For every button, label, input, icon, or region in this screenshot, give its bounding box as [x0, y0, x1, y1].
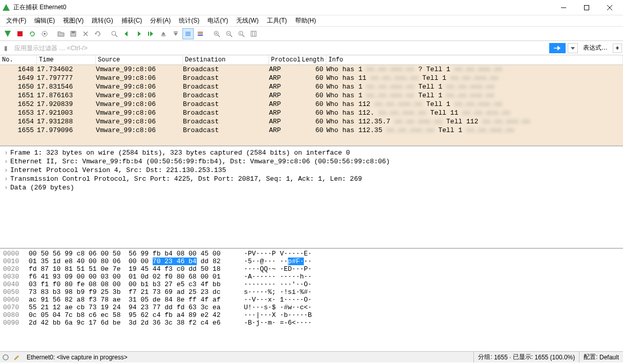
status-edit-icon[interactable]	[13, 354, 20, 361]
hex-line[interactable]: 00902d 42 bb 6a 9c 17 6d be 3d 2d 36 3c …	[3, 319, 620, 327]
zoom-in-button[interactable]	[211, 28, 222, 39]
hex-line[interactable]: 0020fd 87 10 81 51 51 0e 7e 19 45 44 f3 …	[3, 265, 620, 273]
menu-capture[interactable]: 捕获(C)	[117, 15, 147, 26]
menu-statistics[interactable]: 统计(S)	[175, 15, 203, 26]
menubar: 文件(F) 编辑(E) 视图(V) 跳转(G) 捕获(C) 分析(A) 统计(S…	[0, 15, 623, 27]
colorize-button[interactable]	[195, 28, 206, 39]
packet-bytes-pane[interactable]: 000000 50 56 99 c8 06 00 50 56 99 fb b4 …	[0, 249, 623, 351]
hex-line[interactable]: 004003 f1 f0 80 fe 08 08 00 00 b1 b3 27 …	[3, 281, 620, 288]
status-capture-text: <live capture in progress>	[57, 354, 128, 361]
status-iface-label: Ethernet0:	[27, 354, 55, 361]
packet-row[interactable]: 165217.920839Vmware_99:c8:06BroadcastARP…	[0, 100, 623, 109]
hex-line[interactable]: 005073 83 b3 98 b9 f9 25 3b f7 21 73 69 …	[3, 288, 620, 296]
detail-line[interactable]: ›Transmission Control Protocol, Src Port…	[4, 175, 619, 183]
resize-columns-button[interactable]	[248, 28, 259, 39]
go-to-packet-button[interactable]	[146, 28, 157, 39]
app-icon	[2, 4, 10, 12]
svg-rect-15	[174, 31, 178, 32]
menu-file[interactable]: 文件(F)	[2, 15, 30, 26]
menu-analyze[interactable]: 分析(A)	[146, 15, 175, 26]
hex-line[interactable]: 000000 50 56 99 c8 06 00 50 56 99 fb b4 …	[3, 250, 620, 258]
titlebar: 正在捕获 Ethernet0	[0, 0, 623, 15]
zoom-reset-button[interactable]: 1	[236, 28, 247, 39]
svg-rect-8	[72, 31, 75, 33]
col-source[interactable]: Source	[96, 55, 183, 65]
start-capture-button[interactable]	[2, 28, 13, 39]
hex-line[interactable]: 0060ac 91 56 82 a8 f3 78 ae 31 05 de 84 …	[3, 296, 620, 304]
menu-wireless[interactable]: 无线(W)	[232, 15, 262, 26]
packet-details-pane[interactable]: ›Frame 1: 323 bytes on wire (2584 bits),…	[0, 146, 623, 249]
filter-history-button[interactable]	[568, 43, 578, 53]
capture-options-button[interactable]	[39, 28, 50, 39]
window-title: 正在捕获 Ethernet0	[13, 3, 552, 12]
filter-expression-button[interactable]: 表达式…	[580, 44, 611, 52]
go-last-button[interactable]	[170, 28, 181, 39]
find-button[interactable]	[109, 28, 120, 39]
stop-capture-button[interactable]	[14, 28, 26, 39]
maximize-button[interactable]	[575, 1, 598, 15]
detail-line[interactable]: ›Ethernet II, Src: Vmware_99:fb:b4 (00:5…	[4, 157, 619, 166]
statusbar: Ethernet0: <live capture in progress> 分组…	[0, 351, 623, 362]
toolbar: 1	[0, 27, 623, 41]
svg-rect-21	[198, 35, 203, 36]
go-first-button[interactable]	[158, 28, 169, 39]
col-protocol[interactable]: Protocol	[269, 55, 300, 65]
detail-line[interactable]: ›Data (269 bytes)	[4, 183, 619, 192]
zoom-out-button[interactable]	[223, 28, 235, 39]
reload-button[interactable]	[92, 28, 103, 39]
open-button[interactable]	[55, 28, 67, 39]
display-filter-input[interactable]	[12, 43, 547, 53]
svg-rect-14	[161, 35, 165, 36]
svg-point-6	[44, 33, 46, 35]
minimize-button[interactable]	[552, 1, 575, 15]
go-forward-button[interactable]	[133, 28, 144, 39]
apply-filter-button[interactable]	[549, 43, 566, 53]
col-info[interactable]: Info	[326, 55, 623, 65]
packet-row[interactable]: 165417.931288Vmware_99:c8:06BroadcastARP…	[0, 117, 623, 126]
packet-list-header: No. Time Source Destination Protocol Len…	[0, 55, 623, 65]
packet-row[interactable]: 164917.797777Vmware_99:c8:06BroadcastARP…	[0, 74, 623, 82]
packet-row[interactable]: 164817.734602Vmware_99:c8:06BroadcastARP…	[0, 65, 623, 74]
col-destination[interactable]: Destination	[183, 55, 269, 65]
filter-bookmark-icon[interactable]: ▮	[1, 45, 10, 52]
status-profile[interactable]: 配置: Default	[579, 352, 623, 362]
packet-row[interactable]: 165117.876163Vmware_99:c8:06BroadcastARP…	[0, 91, 623, 100]
menu-telephony[interactable]: 电话(Y)	[203, 15, 232, 26]
menu-go[interactable]: 跳转(G)	[88, 15, 117, 26]
svg-line-12	[115, 35, 117, 37]
col-no[interactable]: No.	[0, 55, 37, 65]
packet-row[interactable]: 165017.831546Vmware_99:c8:06BroadcastARP…	[0, 82, 623, 91]
col-length[interactable]: Length	[300, 55, 326, 65]
display-filter-bar: ▮ 表达式… +	[0, 41, 623, 55]
close-file-button[interactable]	[80, 28, 91, 39]
add-filter-button[interactable]: +	[613, 44, 622, 53]
menu-help[interactable]: 帮助(H)	[291, 15, 320, 26]
svg-rect-20	[198, 33, 203, 34]
detail-line[interactable]: ›Internet Protocol Version 4, Src: Dst: …	[4, 166, 619, 175]
close-button[interactable]	[598, 1, 621, 15]
packet-row[interactable]: 165517.979096Vmware_99:c8:06BroadcastARP…	[0, 126, 623, 135]
packet-list-pane[interactable]: No. Time Source Destination Protocol Len…	[0, 55, 623, 146]
svg-line-30	[242, 35, 244, 37]
hex-line[interactable]: 007055 21 12 ae cb 73 19 24 94 23 77 dd …	[3, 304, 620, 311]
hex-line[interactable]: 0030f6 41 93 09 00 00 03 00 01 0d 02 f0 …	[3, 273, 620, 281]
svg-rect-19	[198, 32, 203, 33]
hex-line[interactable]: 00800c 05 04 7c b8 c6 ec 58 95 62 c4 fb …	[3, 311, 620, 319]
autoscroll-button[interactable]	[182, 28, 194, 39]
svg-point-11	[112, 31, 116, 35]
detail-line[interactable]: ›Frame 1: 323 bytes on wire (2584 bits),…	[4, 148, 619, 157]
menu-view[interactable]: 视图(V)	[59, 15, 88, 26]
svg-rect-1	[584, 5, 589, 10]
svg-rect-4	[17, 31, 23, 36]
restart-capture-button[interactable]	[27, 28, 38, 39]
svg-line-23	[218, 35, 220, 37]
packet-row[interactable]: 165317.921003Vmware_99:c8:06BroadcastARP…	[0, 109, 623, 117]
svg-rect-32	[251, 31, 256, 36]
save-button[interactable]	[68, 28, 79, 39]
col-time[interactable]: Time	[37, 55, 96, 65]
hex-line[interactable]: 001001 35 1d e8 40 00 80 06 00 00 70 23 …	[3, 258, 620, 265]
menu-edit[interactable]: 编辑(E)	[30, 15, 59, 26]
go-back-button[interactable]	[121, 28, 132, 39]
menu-tools[interactable]: 工具(T)	[263, 15, 291, 26]
status-capture: Ethernet0: <live capture in progress>	[23, 352, 474, 362]
